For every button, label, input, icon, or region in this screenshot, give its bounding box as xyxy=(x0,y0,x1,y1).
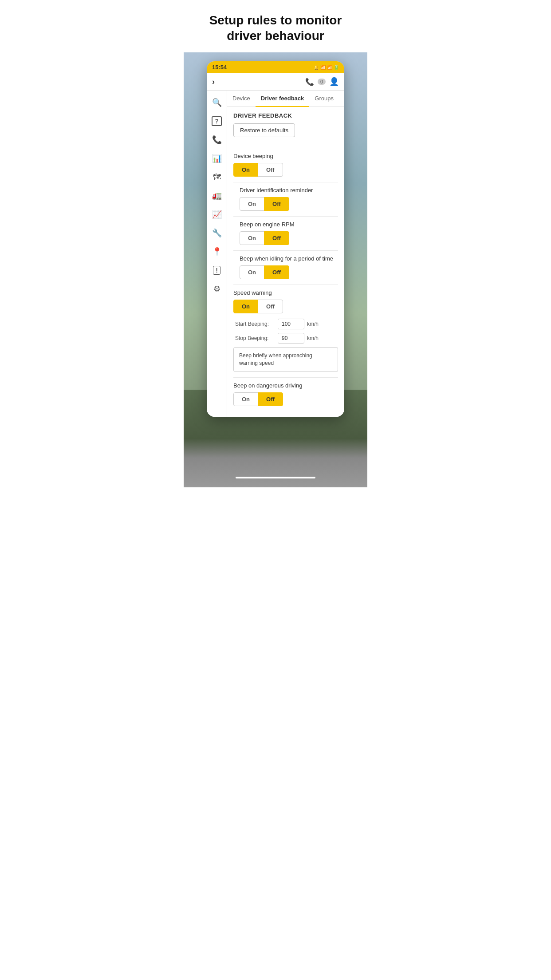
engine-rpm-toggle: On Off xyxy=(240,231,338,245)
sidebar-item-vehicle[interactable]: 🚛 xyxy=(209,187,225,204)
help-icon: ? xyxy=(212,116,222,126)
sidebar-item-maintenance[interactable]: 🔧 xyxy=(209,225,225,241)
start-beeping-label: Start Beeping: xyxy=(235,321,275,327)
start-beeping-unit: km/h xyxy=(307,321,319,327)
status-time: 15:54 xyxy=(212,64,227,71)
tab-groups[interactable]: Groups xyxy=(309,91,339,107)
vehicle-icon: 🚛 xyxy=(212,191,222,201)
dangerous-driving-off-button[interactable]: Off xyxy=(258,392,283,406)
back-button[interactable]: › xyxy=(212,77,215,87)
tab-driver-feedback[interactable]: Driver feedback xyxy=(256,91,310,107)
app-body: 🔍 ? 📞 📊 🗺 🚛 📈 xyxy=(207,91,344,417)
start-beeping-row: Start Beeping: km/h xyxy=(233,319,338,329)
call-badge: 0 xyxy=(318,79,326,85)
device-beeping-toggle: On Off xyxy=(233,163,338,177)
speed-warning-off-button[interactable]: Off xyxy=(258,300,283,313)
sidebar-item-phone[interactable]: 📞 xyxy=(209,131,225,148)
status-icons: 🔔 📶 📶 🔋 xyxy=(314,65,339,70)
idling-toggle: On Off xyxy=(240,265,338,279)
speed-warning-label: Speed warning xyxy=(233,289,338,296)
user-icon[interactable]: 👤 xyxy=(329,77,339,87)
wifi-icon: 📶 xyxy=(320,65,326,70)
signal-icon: 📶 xyxy=(327,65,332,70)
tabs: Device Driver feedback Groups xyxy=(227,91,344,107)
main-content: Device Driver feedback Groups DRIVER FEE… xyxy=(227,91,344,417)
start-beeping-input[interactable] xyxy=(278,319,304,329)
divider-1 xyxy=(233,148,338,148)
map-icon: 🗺 xyxy=(213,173,221,182)
restore-defaults-button[interactable]: Restore to defaults xyxy=(233,123,295,137)
driver-id-label: Driver identification reminder xyxy=(240,187,338,194)
phone-icon: 📞 xyxy=(212,135,222,145)
analytics-icon: 📈 xyxy=(212,209,222,219)
battery-icon: 🔋 xyxy=(334,65,339,70)
device-beeping-on-button[interactable]: On xyxy=(233,163,258,177)
sidebar-item-location[interactable]: 📍 xyxy=(209,243,225,260)
phone-mockup: 15:54 🔔 📶 📶 🔋 › 📞 0 👤 🔍 xyxy=(207,61,344,417)
content-area: DRIVER FEEDBACK Restore to defaults Devi… xyxy=(227,107,344,417)
stop-beeping-label: Stop Beeping: xyxy=(235,335,275,341)
sidebar-item-reports[interactable]: 📊 xyxy=(209,150,225,167)
reports-icon: 📊 xyxy=(212,154,222,163)
nav-bar: › 📞 0 👤 xyxy=(207,73,344,91)
nav-right: 📞 0 👤 xyxy=(305,77,339,87)
hero-title: Setup rules to monitor driver behaviour xyxy=(194,12,357,43)
divider-6 xyxy=(233,377,338,378)
divider-3 xyxy=(233,216,338,217)
stop-beeping-unit: km/h xyxy=(307,335,319,341)
tab-device[interactable]: Device xyxy=(227,91,256,107)
location-icon: 📍 xyxy=(212,247,222,257)
driver-id-toggle: On Off xyxy=(240,197,338,211)
engine-rpm-section: Beep on engine RPM On Off xyxy=(233,221,338,245)
idling-off-button[interactable]: Off xyxy=(264,265,289,279)
sidebar-item-settings[interactable]: ⚙ xyxy=(209,281,225,297)
engine-rpm-on-button[interactable]: On xyxy=(240,231,264,245)
device-beeping-off-button[interactable]: Off xyxy=(258,163,283,177)
sidebar: 🔍 ? 📞 📊 🗺 🚛 📈 xyxy=(207,91,227,417)
search-icon: 🔍 xyxy=(212,98,222,107)
section-title: DRIVER FEEDBACK xyxy=(233,112,338,119)
dangerous-driving-toggle: On Off xyxy=(233,392,338,406)
sidebar-item-search[interactable]: 🔍 xyxy=(209,94,225,111)
settings-icon: ⚙ xyxy=(213,284,220,294)
engine-rpm-off-button[interactable]: Off xyxy=(264,231,289,245)
sidebar-item-alerts[interactable]: ! xyxy=(209,262,225,279)
dangerous-driving-on-button[interactable]: On xyxy=(233,392,258,406)
idling-label: Beep when idling for a period of time xyxy=(240,255,338,262)
status-bar: 15:54 🔔 📶 📶 🔋 xyxy=(207,61,344,73)
speed-warning-toggle: On Off xyxy=(233,300,338,313)
hero-section: Setup rules to monitor driver behaviour xyxy=(184,0,367,52)
stop-beeping-input[interactable] xyxy=(278,333,304,344)
divider-5 xyxy=(233,285,338,285)
divider-4 xyxy=(233,250,338,251)
driver-id-off-button[interactable]: Off xyxy=(264,197,289,211)
dangerous-driving-label: Beep on dangerous driving xyxy=(233,382,338,389)
background-area: 15:54 🔔 📶 📶 🔋 › 📞 0 👤 🔍 xyxy=(184,52,367,487)
idling-section: Beep when idling for a period of time On… xyxy=(233,255,338,279)
driver-id-section: Driver identification reminder On Off xyxy=(233,187,338,211)
maintenance-icon: 🔧 xyxy=(212,228,222,238)
device-beeping-label: Device beeping xyxy=(233,153,338,159)
sidebar-item-analytics[interactable]: 📈 xyxy=(209,206,225,223)
idling-on-button[interactable]: On xyxy=(240,265,264,279)
driver-id-on-button[interactable]: On xyxy=(240,197,264,211)
speed-warning-info-box: Beep briefly when approaching warning sp… xyxy=(233,347,338,372)
divider-2 xyxy=(233,182,338,182)
alerts-icon: ! xyxy=(213,266,220,275)
sidebar-item-map[interactable]: 🗺 xyxy=(209,169,225,186)
engine-rpm-label: Beep on engine RPM xyxy=(240,221,338,228)
call-icon[interactable]: 📞 xyxy=(305,78,314,86)
stop-beeping-row: Stop Beeping: km/h xyxy=(233,333,338,344)
speed-warning-on-button[interactable]: On xyxy=(233,300,258,313)
sidebar-item-help[interactable]: ? xyxy=(209,113,225,130)
notification-icon: 🔔 xyxy=(314,65,319,70)
